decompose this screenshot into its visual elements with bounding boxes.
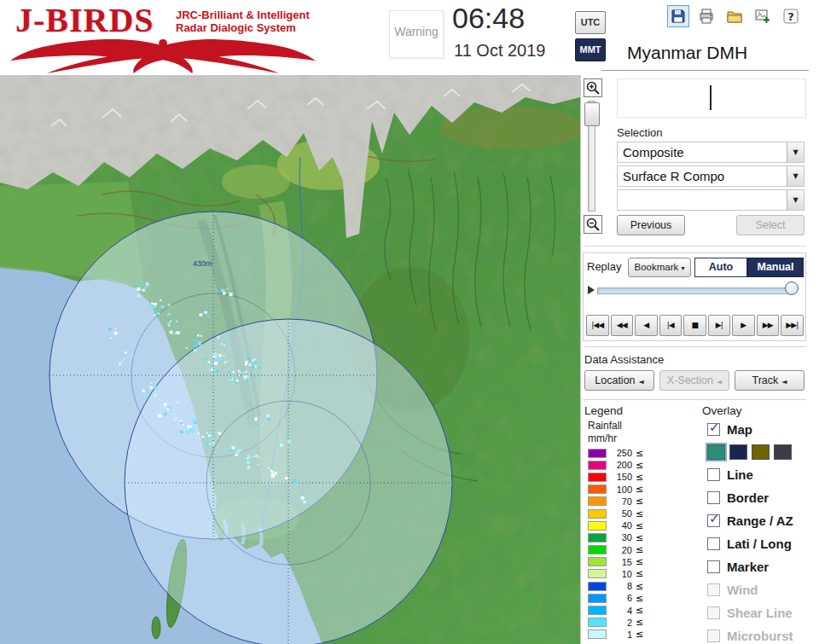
legend-color-chip (588, 484, 607, 494)
location-button[interactable]: Location◄ (584, 370, 654, 391)
playback-step-forward-button[interactable]: ▶| (708, 315, 731, 336)
map-style-swatch[interactable] (774, 444, 792, 460)
x-section-button[interactable]: X-Section◄ (659, 370, 729, 391)
legend-row: 10≤ (588, 568, 643, 580)
legend-color-chip (588, 618, 607, 627)
legend-color-chip (588, 496, 607, 506)
overlay-item-line[interactable]: Line (707, 463, 806, 486)
playback-play-button[interactable]: ▶ (732, 315, 755, 336)
legend-value: 250 (612, 448, 632, 458)
header: J-BIRDS JRC-Brilliant & Intelligent Rada… (0, 0, 819, 75)
parameter-dropdown[interactable]: ▼ (617, 189, 804, 211)
collapse-arrow-icon: ◄ (639, 378, 644, 386)
svg-text:?: ? (787, 10, 794, 23)
map-style-swatch[interactable] (752, 444, 770, 460)
legend-color-chip (588, 545, 607, 554)
checkbox[interactable] (707, 560, 720, 573)
legend-color-chip (588, 533, 607, 542)
print-button[interactable] (695, 5, 717, 27)
overlay-item-map[interactable]: ✓Map (707, 418, 806, 441)
chevron-down-icon[interactable]: ▼ (787, 190, 804, 210)
overlay-item-lati-long[interactable]: Lati / Long (707, 532, 806, 555)
legend-suffix: ≤ (636, 593, 643, 604)
legend-value: 6 (612, 593, 632, 603)
save-button[interactable] (667, 5, 689, 27)
zoom-slider-thumb[interactable] (584, 102, 600, 126)
track-button[interactable]: Track◄ (735, 370, 804, 391)
legend-value: 10 (612, 569, 632, 579)
product-dropdown[interactable]: Composite ▼ (617, 142, 804, 163)
replay-slider-thumb[interactable] (785, 281, 799, 295)
zoom-out-button[interactable] (584, 215, 602, 234)
map-style-swatch[interactable] (707, 444, 725, 460)
playback-rewind-button[interactable]: ◀◀ (611, 315, 634, 336)
previous-button[interactable]: Previous (617, 215, 685, 235)
legend-row: 4≤ (588, 604, 643, 616)
collapse-arrow-icon: ◄ (717, 378, 722, 386)
legend-row: 100≤ (588, 484, 643, 496)
radar-map-canvas[interactable]: 430m (0, 75, 580, 644)
legend-row: 8≤ (588, 580, 643, 592)
map-style-swatch[interactable] (729, 444, 747, 460)
checkbox[interactable] (707, 537, 720, 550)
clock-time: 06:48 (452, 2, 525, 35)
overlay-item-marker[interactable]: Marker (707, 555, 806, 578)
playback-step-back-button[interactable]: |◀ (659, 315, 682, 336)
legend-suffix: ≤ (636, 508, 643, 519)
legend-value: 40 (612, 520, 632, 531)
utc-button[interactable]: UTC (575, 11, 606, 34)
zoom-slider[interactable] (588, 101, 595, 212)
open-folder-button[interactable] (723, 5, 746, 27)
radar-map[interactable]: 430m (0, 75, 580, 644)
playback-fast-forward-button[interactable]: ▶▶ (757, 315, 780, 336)
playback-first-button[interactable]: |◀◀ (586, 315, 609, 336)
bookmark-button[interactable]: Bookmark ▾ (628, 258, 691, 277)
legend-row: 30≤ (588, 531, 643, 543)
subproduct-dropdown[interactable]: Surface R Compo ▼ (617, 165, 804, 187)
overlay-item-border[interactable]: Border (707, 486, 806, 509)
checkbox[interactable] (707, 629, 720, 642)
control-sidebar: Selection Composite ▼ Surface R Compo ▼ … (580, 75, 819, 644)
checkbox[interactable] (707, 491, 720, 504)
overlay-item-shear-line[interactable]: Shear Line (707, 601, 806, 624)
overlay-item-label: Lati / Long (727, 537, 792, 551)
help-button[interactable]: ? (780, 5, 802, 27)
divider (583, 399, 806, 401)
replay-slider-track[interactable] (597, 287, 792, 294)
zoom-in-button[interactable] (584, 78, 602, 97)
overlay-item-range-az[interactable]: ✓Range / AZ (707, 509, 806, 532)
manual-mode-button[interactable]: Manual (747, 258, 804, 277)
printer-icon (698, 8, 715, 25)
divider (583, 246, 806, 247)
legend-color-chip (588, 569, 607, 578)
checkbox[interactable]: ✓ (707, 423, 720, 436)
playback-prev-button[interactable]: ◀ (635, 315, 658, 336)
legend-color-chip (588, 582, 607, 591)
legend-suffix: ≤ (636, 472, 643, 483)
legend-row: 50≤ (588, 508, 643, 519)
export-image-button[interactable] (752, 5, 774, 27)
playback-stop-button[interactable]: ■ (683, 315, 706, 336)
legend-suffix: ≤ (636, 581, 643, 592)
select-button[interactable]: Select (736, 215, 804, 235)
legend-value: 15 (612, 557, 632, 567)
overlay-item-label: Wind (727, 583, 758, 597)
checkbox[interactable] (707, 583, 720, 596)
help-icon: ? (782, 8, 799, 25)
legend-row: 1≤ (588, 629, 643, 641)
auto-mode-button[interactable]: Auto (694, 258, 747, 277)
checkbox[interactable] (707, 606, 720, 619)
map-range-label: 430m (193, 259, 212, 268)
overlay-item-wind[interactable]: Wind (707, 578, 806, 601)
bookmark-label: Bookmark (635, 262, 679, 272)
legend-row: 150≤ (588, 471, 643, 483)
checkbox[interactable]: ✓ (707, 514, 720, 527)
slider-marker-icon (588, 286, 595, 294)
chevron-down-icon[interactable]: ▼ (787, 166, 804, 186)
legend-color-chip (588, 449, 607, 458)
overlay-item-microburst[interactable]: Microburst (707, 624, 806, 644)
playback-last-button[interactable]: ▶▶| (781, 315, 804, 336)
checkbox[interactable] (707, 468, 720, 481)
station-list-box[interactable] (617, 78, 806, 118)
chevron-down-icon[interactable]: ▼ (787, 142, 804, 162)
